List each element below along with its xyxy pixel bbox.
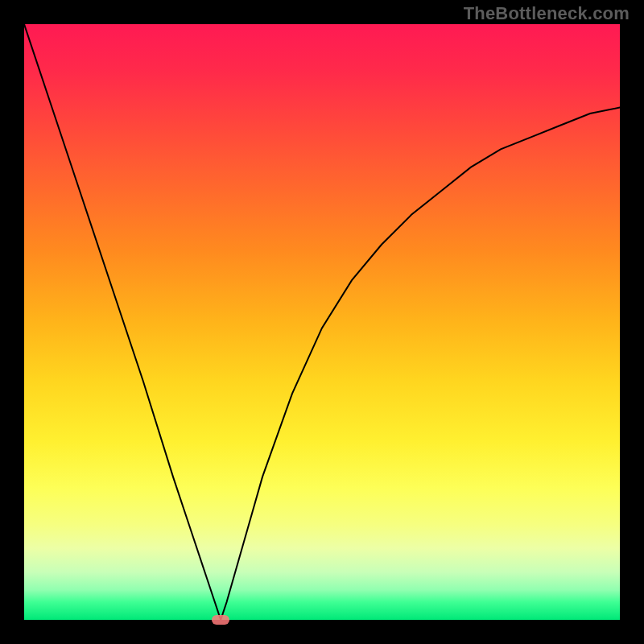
bottleneck-curve xyxy=(24,24,620,620)
chart-frame: TheBottleneck.com xyxy=(0,0,644,644)
plot-area xyxy=(24,24,620,620)
watermark-text: TheBottleneck.com xyxy=(464,3,630,24)
optimum-marker xyxy=(212,615,229,625)
